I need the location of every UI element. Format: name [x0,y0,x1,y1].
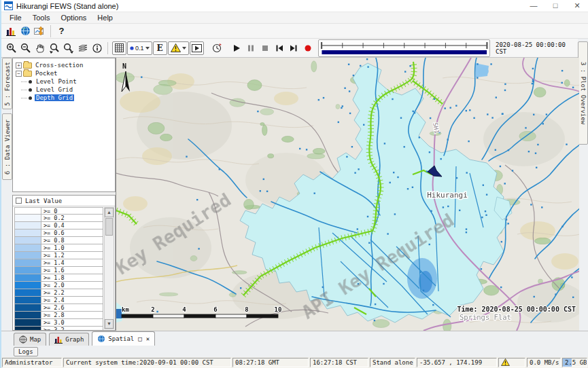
expand-toggle-icon[interactable]: − [16,71,22,77]
status-net-speed: 0.0 MB/s [527,358,561,367]
minimize-button[interactable]: — [523,0,544,12]
last-value-checkbox[interactable] [16,198,22,204]
map-canvas[interactable]: API Key Required API Key Required Hikura… [116,58,579,331]
tree-item-depth-grid[interactable]: Depth Grid [16,94,115,102]
movie-button[interactable] [190,41,204,55]
warning-dropdown[interactable] [168,41,189,55]
legend-swatch [14,244,41,252]
help-button[interactable]: ? [54,24,69,38]
app-logo-icon [4,1,13,10]
scroll-down-icon[interactable]: ▼ [105,319,114,329]
map-display-button[interactable] [18,24,33,38]
threshold-dropdown[interactable]: 0.1 [127,41,152,55]
map-toolbar: 0.1 E 2020-08-25 00:00:00 CST [1,39,588,58]
time-slider[interactable] [318,39,490,57]
tree-item-level-point[interactable]: Level Point [16,77,115,86]
zoom-out-button[interactable] [18,41,33,55]
right-tab-strip: 3 : Plot Overview [578,39,588,331]
legend-row: >= 0.8 [14,237,103,244]
menu-file[interactable]: File [4,12,27,23]
legend-label: >= 1.6 [41,267,103,274]
legend-button[interactable]: E [153,41,167,55]
svg-text:10: 10 [275,306,282,313]
tree-item-label: Level Grid [35,86,74,93]
tab-map-label: Map [30,336,41,343]
zoom-next-button[interactable] [61,41,75,55]
stop-button[interactable] [258,41,273,55]
record-icon [304,44,312,52]
tab-forecast[interactable]: 5 : Forecast [2,58,12,109]
svg-text:4: 4 [182,306,186,313]
pan-button[interactable] [33,41,47,55]
tab-graph[interactable]: Graph [49,333,89,346]
legend-swatch [14,297,41,304]
skip-start-icon [275,44,283,52]
legend-row: >= 2.6 [14,304,103,312]
dot-icon [130,46,134,50]
zoom-previous-button[interactable] [47,41,61,55]
spatial-display-button[interactable] [33,24,47,38]
last-frame-button[interactable] [287,41,301,55]
layers-button[interactable] [75,41,90,55]
legend-row: >= 0.2 [14,215,103,222]
legend-swatch [14,327,41,330]
close-button[interactable]: ✕ [566,0,588,12]
record-button[interactable] [301,41,315,55]
legend-scrollbar[interactable]: ▲ ▼ [104,207,114,329]
grid-button[interactable] [112,41,126,55]
status-warning-cell [498,358,525,367]
expand-toggle-icon[interactable]: + [16,62,22,69]
chevron-down-icon [145,47,150,50]
maximize-button[interactable]: □ [544,0,566,12]
menu-help[interactable]: Help [92,12,118,23]
tab-plot-overview[interactable]: 3 : Plot Overview [578,41,588,145]
legend-label: >= 0.8 [41,237,103,244]
status-system-time: Current system time:2020-09-01 00:00 CST [63,358,231,367]
window-title: Hikurangi FEWS (Stand alone) [16,2,118,10]
tab-data-viewer[interactable]: 6 : Data Viewer [2,113,12,180]
tree-item-pocket[interactable]: −Pocket [16,69,115,77]
legend-label: >= 0.2 [41,215,103,222]
menu-options[interactable]: Options [55,12,92,23]
legend-label: >= 2.4 [41,297,103,304]
tree-item-cross-section[interactable]: +Cross-section [16,61,115,69]
legend-label: >= 1.2 [41,252,103,259]
scroll-up-icon[interactable]: ▲ [105,208,114,217]
folder-icon [23,71,32,77]
scrollbar-thumb[interactable] [105,218,113,236]
menu-tools[interactable]: Tools [27,12,56,23]
north-label: N [122,62,126,70]
legend-list: >= 0>= 0.2>= 0.4>= 0.6>= 0.8>= 1.0>= 1.2… [14,207,103,330]
tab-maximize-button[interactable]: □ [138,335,141,342]
first-frame-button[interactable] [273,41,287,55]
tab-map[interactable]: Map [14,333,46,346]
graph-display-button[interactable] [4,24,18,38]
zoom-in-icon [6,43,17,54]
legend-label: >= 1.0 [41,244,103,252]
logs-tab[interactable]: Logs [14,347,38,356]
zoom-in-button[interactable] [4,41,18,55]
legend-row: >= 1.4 [14,259,103,267]
legend-label: >= 3.0 [41,319,103,327]
app-window: Hikurangi FEWS (Stand alone) — □ ✕ File … [0,0,588,368]
legend-panel: Last Value >= 0>= 0.2>= 0.4>= 0.6>= 0.8>… [12,195,116,331]
current-time-label: 2020-08-25 00:00:00 CST [493,41,576,55]
status-bar: Administrator Current system time:2020-0… [1,357,588,368]
tree-item-level-grid[interactable]: Level Grid [16,86,115,94]
legend-swatch [14,304,41,312]
help-icon: ? [59,26,65,36]
info-button[interactable] [90,41,104,55]
bullet-icon [29,80,32,84]
tab-close-button[interactable]: ✕ [146,335,150,342]
play-button[interactable] [230,41,244,55]
legend-swatch [14,252,41,259]
folder-icon [23,62,32,69]
tree-item-label: Depth Grid [35,94,74,101]
status-local-time: 16:27:18 CST [310,358,368,367]
pause-button[interactable] [244,41,258,55]
tab-spatial[interactable]: Spatial □ ✕ [92,331,155,346]
legend-row: >= 0 [14,207,103,215]
legend-label: >= 0 [41,207,103,215]
menu-bar: File Tools Options Help [1,12,588,24]
animation-settings-button[interactable] [210,41,224,55]
